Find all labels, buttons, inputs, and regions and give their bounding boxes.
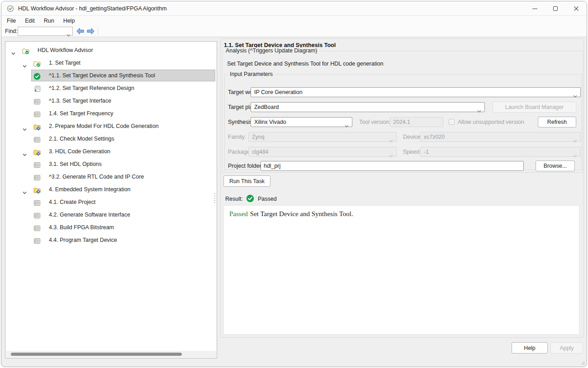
titlebar: HDL Workflow Advisor - hdl_gettingStarte… — [1, 1, 587, 16]
tree-item[interactable]: 4.3. Build FPGA Bitstream — [5, 221, 217, 234]
tree-item[interactable]: 4.4. Program Target Device — [5, 234, 217, 246]
family-select: Zynq — [248, 132, 397, 142]
tree-item-label: HDL Workflow Advisor — [38, 47, 93, 53]
chevron-down-icon — [573, 136, 577, 144]
folder-gear-icon — [33, 188, 41, 195]
folder-gear-icon — [33, 150, 41, 157]
allow-unsupported-checkbox[interactable] — [449, 119, 455, 125]
browse-button[interactable]: Browse... — [536, 160, 575, 171]
tree-item-label: 2.1. Check Model Settings — [49, 136, 114, 142]
chevron-down-icon — [345, 121, 349, 129]
tree-item[interactable]: 3. HDL Code Generation — [5, 145, 217, 158]
tree-item[interactable]: 2. Prepare Model For HDL Code Generation — [5, 120, 217, 132]
help-button[interactable]: Help — [512, 342, 548, 354]
tree-item[interactable]: 1. Set Target — [5, 57, 217, 69]
result-message-text: Set Target Device and Synthesis Tool. — [250, 210, 353, 217]
project-folder-input[interactable] — [261, 161, 524, 171]
tree-item[interactable]: 4.2. Generate Software Interface — [5, 208, 217, 221]
task-icon — [33, 213, 41, 221]
tree-item[interactable]: 2.1. Check Model Settings — [5, 132, 217, 145]
find-input[interactable] — [18, 27, 73, 36]
panel-splitter[interactable] — [214, 193, 216, 203]
tool-version-label: Tool version: — [359, 117, 391, 127]
tree-item-label: 4. Embedded System Integration — [49, 186, 130, 193]
window-controls — [524, 1, 587, 16]
folder-gear-icon — [33, 124, 41, 132]
analysis-groupbox-label: Analysis (^Triggers Update Diagram) — [223, 47, 319, 54]
menu-bar: File Edit Run Help — [1, 16, 587, 26]
maximize-icon — [553, 6, 558, 11]
result-message-box: PassedSet Target Device and Synthesis To… — [223, 205, 579, 335]
maximize-button[interactable] — [545, 1, 566, 16]
toolbar-separator — [98, 28, 98, 35]
doc-run-icon — [33, 86, 41, 94]
passed-status-icon — [246, 194, 254, 203]
tree-item-label: 4.4. Program Target Device — [49, 237, 117, 243]
task-icon — [33, 99, 41, 107]
device-label: Device: — [403, 132, 422, 142]
window-title: HDL Workflow Advisor - hdl_gettingStarte… — [18, 1, 167, 16]
chevron-down-icon[interactable] — [22, 62, 27, 70]
task-icon — [33, 112, 41, 119]
chevron-down-icon[interactable] — [11, 50, 16, 57]
target-workflow-select[interactable]: IP Core Generation — [251, 87, 581, 97]
apply-button[interactable]: Apply — [550, 342, 583, 354]
app-icon — [7, 5, 14, 12]
project-folder-label: Project folder: — [228, 161, 263, 171]
scrollbar-thumb[interactable] — [11, 353, 182, 356]
menu-edit[interactable]: Edit — [20, 16, 39, 26]
resize-grip[interactable] — [580, 360, 584, 364]
tree-item[interactable]: 4.1. Create Project — [5, 196, 217, 208]
tree-item[interactable]: ^1.2. Set Target Reference Design — [5, 82, 217, 94]
menu-help[interactable]: Help — [59, 16, 80, 26]
refresh-button[interactable]: Refresh — [538, 117, 576, 127]
task-icon — [33, 162, 41, 170]
task-icon — [33, 238, 41, 246]
minimize-button[interactable] — [524, 1, 545, 16]
launch-board-manager-button[interactable]: Launch Board Manager — [493, 102, 576, 113]
chevron-down-icon — [573, 151, 577, 159]
input-parameters-label: Input Parameters — [228, 71, 275, 77]
chevron-down-icon[interactable] — [22, 189, 27, 197]
find-previous-button[interactable] — [76, 28, 85, 35]
speed-label: Speed: — [403, 147, 421, 157]
tree-item[interactable]: 1.4. Set Target Frequency — [5, 107, 217, 120]
menu-run[interactable]: Run — [39, 16, 59, 26]
tree-item[interactable]: 3.1. Set HDL Options — [5, 158, 217, 170]
chevron-down-icon[interactable] — [66, 30, 71, 38]
arrow-left-icon — [76, 28, 85, 35]
chevron-down-icon — [389, 151, 393, 159]
tool-version-field — [390, 117, 443, 127]
task-icon — [33, 175, 41, 183]
tree-item[interactable]: ^3.2. Generate RTL Code and IP Core — [5, 170, 217, 183]
passed-icon — [33, 74, 41, 81]
find-text-field[interactable] — [19, 28, 64, 35]
tree-item-label: ^3.2. Generate RTL Code and IP Core — [49, 174, 144, 180]
chevron-down-icon[interactable] — [22, 151, 27, 159]
hdl-workflow-advisor-window: HDL Workflow Advisor - hdl_gettingStarte… — [1, 1, 587, 367]
result-message-status: Passed — [229, 210, 248, 217]
tree-item[interactable]: ^1.1. Set Target Device and Synthesis To… — [5, 69, 217, 82]
tree-item-label: ^1.3. Set Target Interface — [49, 98, 111, 104]
menu-file[interactable]: File — [2, 16, 20, 26]
target-platform-select[interactable]: ZedBoard — [251, 102, 485, 112]
run-this-task-button[interactable]: Run This Task — [223, 175, 270, 187]
task-panel: 1.1. Set Target Device and Synthesis Too… — [220, 38, 584, 338]
close-button[interactable] — [566, 1, 587, 16]
folder-check-icon — [33, 61, 41, 69]
minimize-icon — [532, 9, 537, 9]
find-toolbar: Find: — [1, 26, 587, 37]
find-next-button[interactable] — [86, 28, 95, 35]
tree-item[interactable]: ^1.3. Set Target Interface — [5, 94, 217, 107]
task-icon — [33, 226, 41, 233]
find-label: Find: — [5, 26, 18, 37]
horizontal-scrollbar[interactable] — [6, 351, 216, 358]
tree-item[interactable]: 4. Embedded System Integration — [5, 183, 217, 196]
tree-item-label: 4.3. Build FPGA Bitstream — [49, 224, 114, 231]
synthesis-tool-select[interactable]: Xilinx Vivado — [251, 117, 352, 127]
task-icon — [33, 200, 41, 208]
chevron-down-icon[interactable] — [22, 126, 27, 133]
speed-select: -1 — [420, 147, 581, 157]
tree-item-label: 4.2. Generate Software Interface — [49, 212, 130, 218]
tree-item[interactable]: HDL Workflow Advisor — [5, 44, 217, 57]
